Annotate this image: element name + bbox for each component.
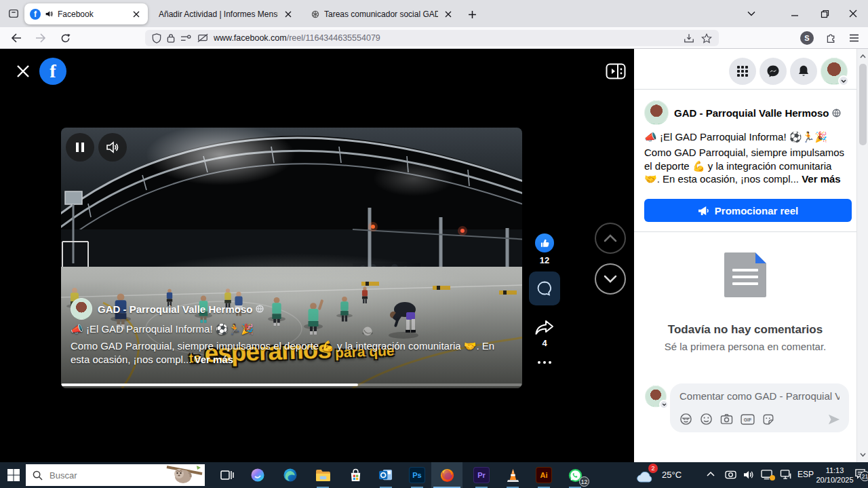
see-more-link[interactable]: Ver más bbox=[802, 173, 841, 185]
permissions-icon[interactable] bbox=[180, 34, 192, 43]
facebook-favicon: f bbox=[30, 9, 41, 20]
restore-button[interactable] bbox=[810, 0, 840, 27]
vlc-app[interactable] bbox=[497, 462, 528, 488]
save-to-pocket-icon[interactable] bbox=[684, 33, 694, 43]
video-progress-bar[interactable] bbox=[61, 383, 522, 386]
gif-icon[interactable]: GIF bbox=[741, 414, 755, 425]
see-more-link[interactable]: Ver más bbox=[195, 354, 234, 365]
firefox-view-button[interactable] bbox=[5, 6, 22, 21]
page-name-link[interactable]: GAD - Parroquial Valle Hermoso bbox=[98, 303, 264, 315]
illustrator-app[interactable]: Ai bbox=[528, 462, 559, 488]
apps-menu-button[interactable] bbox=[729, 58, 756, 85]
promote-reel-button[interactable]: Promocionar reel bbox=[644, 199, 852, 222]
tray-expand-chevron[interactable] bbox=[707, 471, 715, 476]
extension-s-badge[interactable]: S bbox=[800, 31, 814, 45]
tab-close-icon[interactable] bbox=[130, 8, 142, 20]
page-name-link[interactable]: GAD - Parroquial Valle Hermoso bbox=[674, 107, 841, 119]
close-window-button[interactable] bbox=[838, 0, 868, 27]
page-scrollbar[interactable] bbox=[856, 49, 868, 462]
collapse-sidebar-icon[interactable] bbox=[606, 63, 626, 79]
like-button[interactable] bbox=[535, 233, 554, 252]
new-tab-button[interactable] bbox=[464, 6, 480, 22]
tray-cast-icon[interactable] bbox=[761, 469, 773, 480]
taskbar-search-box[interactable] bbox=[26, 464, 205, 486]
screenshare-blocked-icon[interactable] bbox=[197, 33, 208, 43]
tracking-shield-icon[interactable] bbox=[152, 33, 161, 43]
overlay-body-text: Como GAD Parroquial, siempre impulsamos … bbox=[71, 340, 494, 365]
tab-close-icon[interactable] bbox=[282, 8, 294, 20]
account-menu-button[interactable] bbox=[821, 58, 848, 85]
comments-button[interactable] bbox=[529, 271, 560, 305]
scroll-up-arrow[interactable] bbox=[857, 50, 868, 62]
page-avatar[interactable] bbox=[71, 298, 92, 320]
file-explorer-app[interactable] bbox=[307, 462, 338, 488]
mute-button[interactable] bbox=[98, 133, 127, 162]
previous-reel-button[interactable] bbox=[595, 223, 626, 254]
more-options-button[interactable] bbox=[534, 358, 555, 367]
menu-hamburger-icon[interactable] bbox=[845, 31, 863, 45]
divider bbox=[634, 231, 856, 232]
notifications-button[interactable] bbox=[790, 58, 817, 85]
task-view-button[interactable] bbox=[212, 462, 243, 488]
windows-taskbar: Ps Pr Ai 12 2 25°C ESP 11:13 20/10/2025 … bbox=[0, 462, 868, 488]
clock-widget[interactable]: 11:13 20/10/2025 bbox=[810, 466, 859, 485]
minimize-button[interactable] bbox=[780, 0, 810, 27]
firefox-app-active[interactable] bbox=[431, 462, 462, 488]
comment-composer: Comentar como GAD - Parroquial Vall... G… bbox=[634, 381, 856, 436]
reload-button[interactable] bbox=[57, 31, 73, 45]
tab-tareas[interactable]: Tareas comunicador social GAD bbox=[305, 3, 460, 24]
share-button[interactable] bbox=[534, 319, 555, 337]
search-highlight-sloth-image[interactable] bbox=[163, 464, 205, 486]
temperature-label[interactable]: 25°C bbox=[662, 470, 682, 480]
lock-icon[interactable] bbox=[167, 33, 175, 43]
overlay-announce: 📣 ¡El GAD Parroquial Informa! ⚽🏃🎉 bbox=[71, 323, 511, 338]
photoshop-app[interactable]: Ps bbox=[401, 462, 433, 488]
tab-audio-icon[interactable] bbox=[45, 10, 54, 18]
edge-app[interactable] bbox=[275, 462, 306, 488]
outlook-app[interactable] bbox=[370, 462, 401, 488]
forward-button[interactable] bbox=[33, 31, 49, 45]
search-input[interactable] bbox=[48, 470, 150, 481]
back-button[interactable] bbox=[8, 31, 24, 45]
composer-avatar-wrap[interactable] bbox=[645, 386, 667, 407]
page-avatar[interactable] bbox=[644, 100, 669, 125]
premiere-app[interactable]: Pr bbox=[466, 462, 497, 488]
page-name-text: GAD - Parroquial Valle Hermoso bbox=[674, 107, 829, 119]
next-reel-button[interactable] bbox=[595, 263, 626, 295]
weather-widget[interactable]: 2 bbox=[636, 466, 655, 484]
microsoft-store-app[interactable] bbox=[340, 462, 371, 488]
sticker-icon[interactable] bbox=[762, 413, 774, 426]
send-comment-button[interactable] bbox=[827, 413, 841, 426]
notification-center-button[interactable]: 21 bbox=[854, 468, 866, 479]
extensions-puzzle-icon[interactable] bbox=[822, 31, 840, 45]
video-progress-played bbox=[61, 383, 358, 386]
copilot-app[interactable] bbox=[242, 462, 273, 488]
facebook-logo[interactable]: f bbox=[39, 58, 66, 85]
tab-informes[interactable]: Añadir Actividad | Informes Mensua bbox=[153, 3, 300, 24]
emoji-icon[interactable] bbox=[700, 413, 713, 426]
camera-icon[interactable] bbox=[720, 413, 733, 425]
scroll-down-arrow[interactable] bbox=[857, 449, 868, 461]
tab-close-icon[interactable] bbox=[442, 8, 454, 20]
avatar-sticker-icon[interactable] bbox=[679, 413, 692, 426]
tray-camera-icon[interactable] bbox=[725, 470, 736, 480]
comment-input[interactable]: Comentar como GAD - Parroquial Vall... G… bbox=[670, 383, 849, 432]
promote-label: Promocionar reel bbox=[715, 205, 798, 217]
facebook-header-actions bbox=[634, 58, 856, 85]
messenger-button[interactable] bbox=[760, 58, 787, 85]
whatsapp-app[interactable]: 12 bbox=[559, 462, 591, 488]
pause-button[interactable] bbox=[66, 133, 94, 162]
tab-facebook[interactable]: f Facebook bbox=[24, 3, 148, 24]
close-reel-button[interactable] bbox=[14, 62, 33, 81]
document-icon bbox=[724, 252, 766, 297]
tray-network-icon[interactable] bbox=[780, 469, 792, 480]
url-bar[interactable]: www.facebook.com/reel/1164344635554079 bbox=[145, 30, 719, 46]
bookmark-star-icon[interactable] bbox=[701, 33, 712, 43]
url-text[interactable]: www.facebook.com/reel/1164344635554079 bbox=[214, 33, 678, 43]
tray-volume-icon[interactable] bbox=[743, 470, 755, 480]
list-all-tabs-button[interactable] bbox=[736, 0, 766, 27]
scrollbar-thumb[interactable] bbox=[859, 64, 867, 145]
start-button[interactable] bbox=[7, 468, 20, 482]
reel-video[interactable]: te esperamos para que GAD - Parroquial V… bbox=[61, 128, 522, 388]
clock-time: 11:13 bbox=[810, 466, 859, 475]
